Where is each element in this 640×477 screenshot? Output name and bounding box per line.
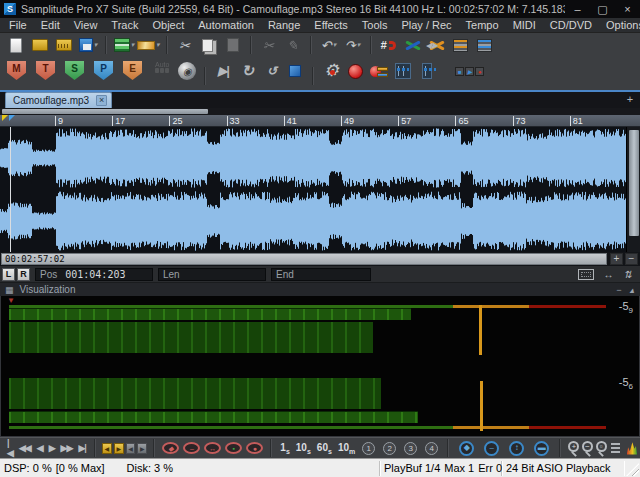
view-mode-5-button[interactable]: ● xyxy=(246,442,263,454)
open-project-button[interactable] xyxy=(29,35,51,55)
go-start-button[interactable]: |◀ xyxy=(7,438,13,458)
loop-range-button[interactable]: ↺ xyxy=(260,61,282,81)
menu-item-view[interactable]: View xyxy=(67,18,105,32)
vertical-zoom-3-button[interactable]: ↕ xyxy=(509,441,524,456)
position-field[interactable]: Pos 001:04:203 xyxy=(35,268,153,281)
menu-item-effects[interactable]: Effects xyxy=(307,18,354,32)
length-field[interactable]: Len xyxy=(158,268,266,281)
load-audio-button[interactable] xyxy=(53,35,75,55)
view-mode-2-button[interactable]: – xyxy=(183,442,200,454)
zoom-in-button[interactable]: + xyxy=(610,253,623,265)
menu-item-tools[interactable]: Tools xyxy=(355,18,395,32)
menu-item-track[interactable]: Track xyxy=(104,18,145,32)
vertical-fit-icon[interactable]: ⇅ xyxy=(624,269,632,280)
overview-thumb[interactable] xyxy=(2,109,208,114)
mute-badge-button[interactable]: M xyxy=(7,61,26,80)
track-badge-button[interactable]: T xyxy=(36,61,55,80)
undo-dropdown-icon[interactable]: ▾ xyxy=(333,41,337,49)
step-back-button[interactable]: ◀ xyxy=(37,443,43,453)
redo-button[interactable]: ↷▾ xyxy=(342,35,364,55)
vertical-zoom-4-button[interactable]: ▬ xyxy=(534,441,549,456)
menu-item-options[interactable]: Options xyxy=(599,18,640,32)
object-dropdown-icon[interactable]: ▾ xyxy=(156,41,160,49)
go-end-button[interactable]: ▶| xyxy=(78,443,85,453)
vertical-scrollbar[interactable] xyxy=(626,127,640,252)
record-button[interactable] xyxy=(344,61,366,81)
new-project-button[interactable] xyxy=(5,35,27,55)
vertical-scrollbar-thumb[interactable] xyxy=(629,130,639,236)
zoom-list-button[interactable] xyxy=(611,443,619,454)
menu-item-file[interactable]: File xyxy=(2,18,34,32)
step-forward-button[interactable]: ▶ xyxy=(49,443,55,453)
zoom-preset-10s-button[interactable]: 10s xyxy=(296,442,311,455)
meter-filter-icon[interactable]: ▼ xyxy=(7,296,15,305)
rewind-button[interactable]: ◀◀ xyxy=(19,443,31,453)
mixer-button[interactable] xyxy=(392,61,414,81)
menu-item-midi[interactable]: MIDI xyxy=(506,18,543,32)
object-editor-button[interactable] xyxy=(284,61,306,81)
zoom-preset-1s-button[interactable]: 1s xyxy=(280,442,289,455)
horizontal-fit-icon[interactable]: ↔ xyxy=(604,269,614,280)
menu-item-object[interactable]: Object xyxy=(145,18,191,32)
save-dropdown-icon[interactable]: ▾ xyxy=(94,41,98,49)
trim-button[interactable]: ✂ xyxy=(258,35,280,55)
crossfade-editor-button[interactable] xyxy=(402,35,424,55)
overview-scrollbar[interactable] xyxy=(0,108,640,115)
record-options-button[interactable]: ⚙ xyxy=(320,61,342,81)
auto-crossfade-button[interactable]: ◀▶ xyxy=(426,35,448,55)
save-button[interactable]: ▾ xyxy=(77,35,99,55)
zoom-snapshot-2-button[interactable]: 2 xyxy=(383,442,396,455)
panel-minimize-icon[interactable]: − xyxy=(616,285,621,295)
cut-button[interactable]: ✂ xyxy=(174,35,196,55)
track-dropdown-icon[interactable]: ▾ xyxy=(131,41,135,49)
maximize-button[interactable]: ▢ xyxy=(590,0,615,18)
mini-record-button[interactable]: ● xyxy=(475,67,484,76)
zoom-out-button[interactable]: − xyxy=(625,253,638,265)
take-composer-button[interactable] xyxy=(474,35,496,55)
panel-collapse-icon[interactable]: ▴ xyxy=(629,285,634,295)
next-object-button[interactable]: ▶ xyxy=(137,443,147,454)
marker-flag-blue-icon[interactable] xyxy=(9,115,15,121)
waveform-zoom-range-button[interactable]: ▫ xyxy=(596,440,606,456)
zoom-preset-60s-button[interactable]: 60s xyxy=(317,442,332,455)
right-locator-button[interactable]: R xyxy=(17,268,30,281)
zoom-preset-10m-button[interactable]: 10m xyxy=(338,442,355,455)
minimize-button[interactable]: – xyxy=(565,0,590,18)
waveform-canvas[interactable] xyxy=(0,127,626,252)
horizontal-scrollbar[interactable]: 00:02:57:02 + − xyxy=(0,252,640,266)
play-badge-button[interactable]: P xyxy=(94,61,113,80)
zoom-snapshot-3-button[interactable]: 3 xyxy=(404,442,417,455)
track-manager-button[interactable]: ▾ xyxy=(113,35,135,55)
waveform-zoom-in-button[interactable]: + xyxy=(568,440,578,456)
group-button[interactable]: ◉ xyxy=(176,61,198,81)
view-mode-3-button[interactable]: ↔ xyxy=(204,442,221,454)
mini-stop-button[interactable]: ■ xyxy=(455,67,464,76)
redo-dropdown-icon[interactable]: ▾ xyxy=(357,41,361,49)
automation-button[interactable]: Auto xyxy=(155,61,169,73)
resize-grip[interactable] xyxy=(626,463,639,476)
marker-flag-yellow-icon[interactable] xyxy=(2,115,8,121)
solo-badge-button[interactable]: S xyxy=(65,61,84,80)
vertical-zoom-2-button[interactable]: – xyxy=(484,441,499,456)
snap-toggle-button[interactable]: # xyxy=(378,35,400,55)
paste-button[interactable] xyxy=(222,35,244,55)
add-tab-button[interactable]: + xyxy=(624,93,636,105)
spectral-view-button[interactable] xyxy=(627,442,637,455)
channel-strip-button[interactable] xyxy=(416,61,438,81)
vertical-zoom-1-button[interactable]: ◆ xyxy=(459,441,474,456)
menu-item-play-rec[interactable]: Play / Rec xyxy=(394,18,458,32)
close-button[interactable]: × xyxy=(615,0,640,18)
fast-forward-button[interactable]: ▶▶ xyxy=(61,443,73,453)
tab-camouflage[interactable]: Camouflage.mp3 × xyxy=(5,92,112,108)
next-marker-button[interactable]: ▶ xyxy=(114,443,124,454)
loop-playback-button[interactable]: ↻ xyxy=(236,61,258,81)
time-ruler[interactable]: 9172533414957657381 xyxy=(0,115,640,127)
menu-item-range[interactable]: Range xyxy=(261,18,307,32)
menu-item-tempo[interactable]: Tempo xyxy=(459,18,506,32)
visualization-header[interactable]: ▦ Visualization − ▴ xyxy=(0,283,640,296)
play-once-button[interactable]: ▶| xyxy=(212,61,234,81)
fit-to-screen-icon[interactable] xyxy=(578,269,594,280)
prev-object-button[interactable]: ◀ xyxy=(126,443,136,454)
left-locator-button[interactable]: L xyxy=(2,268,15,281)
menu-item-cd-dvd[interactable]: CD/DVD xyxy=(543,18,599,32)
